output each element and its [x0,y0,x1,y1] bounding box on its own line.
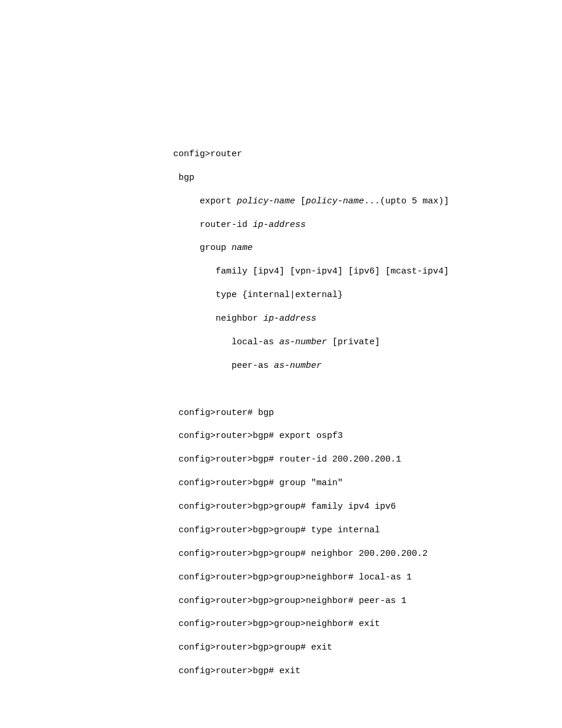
text: config>router>bgp>group>neighbor# peer-a… [173,596,406,606]
text: export [173,196,237,206]
text: [private] [327,337,380,347]
text: config>router>bgp>group# exit [173,643,332,653]
example-line: config>router>bgp>group# neighbor 200.20… [173,548,562,560]
param: as-number [274,361,322,371]
text: config>router [173,149,242,159]
text: family [ipv4] [vpn-ipv4] [ipv6] [mcast-i… [173,266,449,276]
example-line: config>router# bgp [173,407,562,419]
syntax-line: local-as as-number [private] [173,337,562,348]
param: ip-address [253,220,306,230]
syntax-line: config>router [173,149,562,160]
text: bgp [173,173,194,183]
text: config>router>bgp# exit [173,666,300,676]
syntax-line: neighbor ip-address [173,313,562,325]
text: local-as [173,337,279,347]
param: ip-address [263,314,316,324]
param: policy-name [237,196,295,206]
text: ...(upto 5 max)] [364,196,449,206]
text: config>router>bgp# router-id 200.200.200… [173,454,401,465]
text: config>router>bgp>group>neighbor# local-… [173,572,412,582]
example-line: config>router>bgp>group>neighbor# local-… [173,572,562,584]
param: policy-name [306,196,364,206]
example-line: config>router>bgp# export ospf3 [173,430,562,442]
param: as-number [279,337,327,347]
text: config>router>bgp>group# type internal [173,525,380,535]
text: config>router>bgp>group# family ipv4 ipv… [173,502,396,512]
example-line: config>router>bgp>group>neighbor# exit [173,618,562,630]
example-line: config>router>bgp# router-id 200.200.200… [173,454,562,466]
syntax-line: bgp [173,172,562,184]
text: router-id [173,220,253,230]
text: config>router# bgp [173,408,274,418]
example-line: config>router>bgp>group>neighbor# peer-a… [173,595,562,607]
syntax-line: export policy-name [policy-name...(upto … [173,196,562,207]
text: config>router>bgp# group "main" [173,478,343,488]
text: group [173,243,232,253]
text: config>router>bgp# export ospf3 [173,431,343,441]
syntax-line: group name [173,242,562,254]
example-line: config>router>bgp# group "main" [173,477,562,489]
text: neighbor [173,314,263,324]
text: config>router>bgp>group>neighbor# exit [173,619,380,629]
syntax-line: router-id ip-address [173,219,562,231]
syntax-line: family [ipv4] [vpn-ipv4] [ipv6] [mcast-i… [173,266,562,278]
text: type {internal|external} [173,290,343,300]
code-block: config>router bgp export policy-name [po… [173,137,562,689]
text: config>router>bgp>group# neighbor 200.20… [173,549,428,559]
example-line: config>router>bgp>group# exit [173,642,562,654]
text: peer-as [173,361,274,371]
text: [ [295,196,306,206]
example-line: config>router>bgp>group# family ipv4 ipv… [173,501,562,513]
param: name [232,243,253,253]
blank-line [173,384,562,396]
syntax-line: type {internal|external} [173,289,562,301]
syntax-line: peer-as as-number [173,360,562,372]
example-line: config>router>bgp>group# type internal [173,525,562,536]
example-line: config>router>bgp# exit [173,666,562,677]
